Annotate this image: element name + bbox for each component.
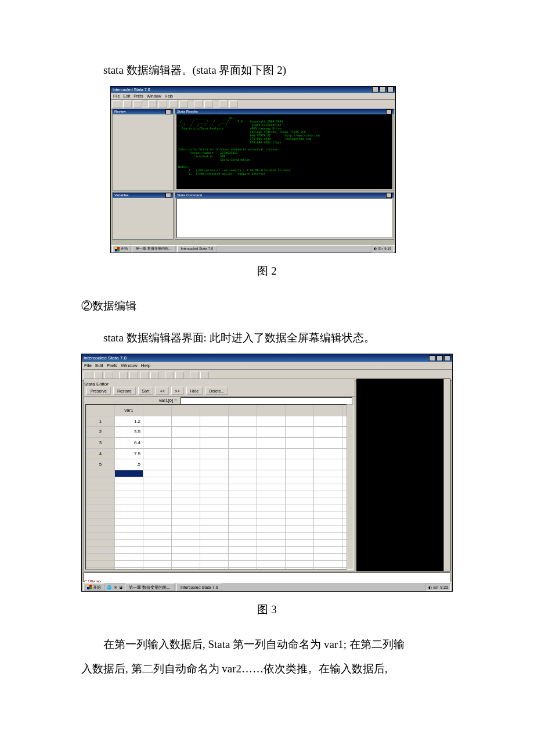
data-cell[interactable] [286, 525, 314, 532]
data-cell[interactable] [172, 512, 200, 519]
row-header[interactable] [86, 539, 115, 546]
data-grid[interactable]: var111.223.536.447.55.5 [85, 404, 353, 570]
minimize-icon[interactable] [372, 87, 378, 92]
row-header[interactable]: 1 [86, 416, 115, 427]
preserve-button[interactable]: Preserve [86, 387, 111, 395]
data-cell[interactable] [115, 539, 143, 546]
data-cell[interactable] [229, 560, 257, 567]
data-cell[interactable] [314, 567, 342, 570]
row-header[interactable] [86, 484, 115, 491]
tool-edit-icon[interactable] [165, 372, 174, 379]
data-cell[interactable] [257, 427, 286, 438]
tool-open-icon[interactable] [84, 372, 92, 379]
data-cell[interactable] [229, 470, 257, 477]
data-cell[interactable] [172, 498, 200, 505]
data-cell[interactable] [115, 525, 143, 532]
data-cell[interactable] [200, 525, 229, 532]
row-header[interactable] [86, 560, 115, 567]
data-cell[interactable] [229, 477, 257, 484]
data-cell[interactable] [257, 532, 286, 539]
data-cell[interactable] [229, 448, 257, 459]
taskbar-item-stata[interactable]: Intercooled Stata 7.0 [176, 584, 222, 591]
row-header[interactable] [86, 553, 115, 560]
data-cell[interactable] [286, 560, 314, 567]
data-cell[interactable] [314, 437, 342, 448]
data-cell[interactable]: 7.5 [115, 448, 143, 459]
tool-more-icon[interactable] [200, 372, 209, 379]
tool-graph-icon[interactable] [169, 100, 178, 108]
data-cell[interactable] [143, 416, 172, 427]
data-cell[interactable] [286, 491, 314, 498]
data-cell[interactable] [200, 567, 229, 570]
data-cell[interactable] [229, 519, 257, 525]
data-cell[interactable] [143, 560, 172, 567]
close-icon[interactable] [386, 193, 392, 198]
data-cell[interactable] [314, 505, 342, 512]
row-header[interactable] [86, 505, 115, 512]
start-button[interactable]: 开始 [83, 584, 105, 591]
data-cell[interactable] [143, 519, 172, 525]
row-header[interactable] [86, 546, 115, 553]
data-cell[interactable] [286, 437, 314, 448]
tray-icon[interactable]: En [434, 583, 439, 592]
data-cell[interactable] [229, 416, 257, 427]
data-cell[interactable] [200, 491, 229, 498]
data-cell[interactable] [229, 484, 257, 491]
data-cell[interactable] [143, 539, 172, 546]
menu-edit[interactable]: Edit [123, 92, 130, 100]
data-cell[interactable] [314, 484, 342, 491]
data-cell[interactable] [314, 539, 342, 546]
data-cell[interactable] [200, 553, 229, 560]
data-cell[interactable] [286, 553, 314, 560]
data-cell[interactable] [143, 553, 172, 560]
menu-prefs[interactable]: Prefs [134, 92, 143, 100]
data-cell[interactable] [257, 437, 286, 448]
data-cell[interactable] [115, 560, 143, 567]
data-cell[interactable] [143, 448, 172, 459]
delete-button[interactable]: Delete... [205, 387, 228, 395]
data-cell[interactable] [143, 477, 172, 484]
data-cell[interactable] [115, 512, 143, 519]
data-cell[interactable] [314, 519, 342, 525]
tool-browse-icon[interactable] [204, 100, 213, 108]
data-cell[interactable] [200, 512, 229, 519]
data-cell[interactable]: 6.4 [115, 437, 143, 448]
data-cell[interactable] [286, 484, 314, 491]
data-cell[interactable] [257, 416, 286, 427]
close-icon[interactable] [386, 109, 392, 114]
data-cell[interactable] [143, 437, 172, 448]
data-cell[interactable] [172, 519, 200, 525]
data-cell[interactable] [257, 505, 286, 512]
tool-edit-icon[interactable] [194, 100, 203, 108]
tool-break-icon[interactable] [190, 372, 199, 379]
data-cell[interactable] [257, 459, 286, 470]
data-cell[interactable] [143, 484, 172, 491]
data-cell[interactable] [286, 532, 314, 539]
column-header-empty[interactable] [172, 405, 200, 416]
data-cell[interactable] [314, 459, 342, 470]
shift-left-button[interactable]: << [156, 387, 168, 395]
data-cell[interactable] [172, 567, 200, 570]
quicklaunch-icon[interactable]: 🌐 [107, 583, 112, 592]
row-header[interactable]: 4 [86, 448, 115, 459]
tray-icon[interactable]: ◐ [374, 245, 377, 253]
data-cell[interactable] [172, 532, 200, 539]
data-cell[interactable] [257, 470, 286, 477]
data-cell[interactable] [314, 498, 342, 505]
data-cell[interactable] [257, 491, 286, 498]
data-cell[interactable] [200, 427, 229, 438]
data-cell[interactable] [172, 477, 200, 484]
data-cell[interactable] [200, 498, 229, 505]
data-cell[interactable] [229, 505, 257, 512]
data-cell[interactable] [172, 505, 200, 512]
data-cell[interactable] [172, 484, 200, 491]
column-header-var1[interactable]: var1 [115, 405, 143, 416]
tool-save-icon[interactable] [123, 100, 132, 108]
command-input[interactable] [176, 198, 392, 238]
data-cell[interactable] [172, 448, 200, 459]
data-cell[interactable] [172, 525, 200, 532]
menu-help[interactable]: Help [141, 361, 150, 371]
menubar[interactable]: File Edit Prefs Window Help [111, 93, 395, 100]
data-cell[interactable] [200, 477, 229, 484]
menu-window[interactable]: Window [147, 92, 161, 100]
